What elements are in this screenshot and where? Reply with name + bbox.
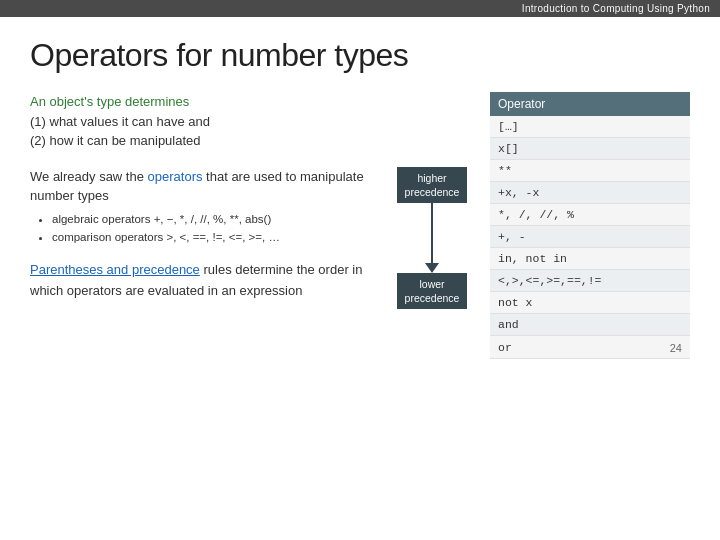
parentheses-section: Parentheses and precedence rules determi… <box>30 260 388 302</box>
op-row-mult: *, /, //, % <box>490 204 690 226</box>
op-row-index: x[] <box>490 138 690 160</box>
bullet-item-1: algebraic operators +, −, *, /, //, %, *… <box>52 210 388 228</box>
op-row-not: not x <box>490 292 690 314</box>
op-row-unary: +x, -x <box>490 182 690 204</box>
higher-precedence-label: higherprecedence <box>397 167 467 203</box>
operator-table: Operator […] x[] ** +x, -x *, /, //, % +… <box>490 92 690 359</box>
left-column: An object's type determines (1) what val… <box>30 92 480 525</box>
operators-text-part1: We already saw the <box>30 169 148 184</box>
op-row-or: or 24 <box>490 336 690 359</box>
op-row-membership: in, not in <box>490 248 690 270</box>
sections-content: We already saw the operators that are us… <box>30 167 388 310</box>
content-body: An object's type determines (1) what val… <box>30 92 690 525</box>
page-title: Operators for number types <box>30 37 690 74</box>
intro-line1: An object's type determines <box>30 94 189 109</box>
bullet-list: algebraic operators +, −, *, /, //, %, *… <box>40 210 388 247</box>
parentheses-text: Parentheses and precedence rules determi… <box>30 260 388 302</box>
intro-line3: (2) how it can be manipulated <box>30 133 201 148</box>
op-row-and: and <box>490 314 690 336</box>
page-number: 24 <box>670 340 682 354</box>
intro-text: An object's type determines (1) what val… <box>30 92 470 151</box>
precedence-arrow-line <box>431 203 433 263</box>
lower-precedence-label: lowerprecedence <box>397 273 467 309</box>
right-column: Operator […] x[] ** +x, -x *, /, //, % +… <box>490 92 690 525</box>
op-row-add: +, - <box>490 226 690 248</box>
top-bar: Introduction to Computing Using Python <box>0 0 720 17</box>
operator-table-header: Operator <box>490 92 690 116</box>
precedence-arrows: higherprecedence lowerprecedence <box>394 167 470 310</box>
op-row-power: ** <box>490 160 690 182</box>
main-content: Operators for number types An object's t… <box>0 17 720 535</box>
op-row-or-text: or <box>498 341 512 354</box>
op-row-brackets: […] <box>490 116 690 138</box>
course-title: Introduction to Computing Using Python <box>522 3 710 14</box>
operators-section: We already saw the operators that are us… <box>30 167 388 247</box>
op-row-comparison: <,>,<=,>=,==,!= <box>490 270 690 292</box>
operators-text: We already saw the operators that are us… <box>30 167 388 247</box>
operators-highlight: operators <box>148 169 203 184</box>
intro-line2: (1) what values it can have and <box>30 114 210 129</box>
bullet-item-2: comparison operators >, <, ==, !=, <=, >… <box>52 228 388 246</box>
parentheses-underline: Parentheses and precedence <box>30 262 200 277</box>
precedence-arrow-head <box>425 263 439 273</box>
sections-with-arrows: We already saw the operators that are us… <box>30 167 470 310</box>
